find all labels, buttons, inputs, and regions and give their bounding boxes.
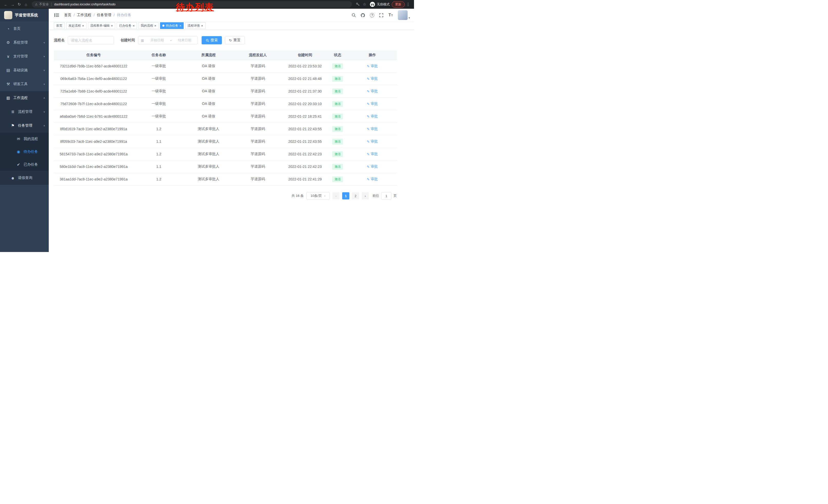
process-cell: OA 请假 [184,60,233,73]
sidebar-item[interactable]: ≣ 流程管理 ∨ [0,105,49,119]
approve-link[interactable]: ✎ 审批 [367,177,378,182]
sidebar-item[interactable]: ⚑ 任务管理 ∧ [0,119,49,133]
process-name-input[interactable] [68,36,114,44]
sidebar-item[interactable]: ◔ 首页 [0,22,49,36]
page-size-select[interactable]: 10条/页 ∨ [306,192,330,199]
filter-bar: 流程名 创建时间 ▦ 开始日期 - 结束日期 搜索 ↻ [54,36,414,44]
menu-label: 请假查询 [18,176,45,180]
page-1-button[interactable]: 1 [342,192,349,199]
reset-button-label: 重置 [234,38,241,43]
fullscreen-icon[interactable] [377,11,385,19]
approve-link[interactable]: ✎ 审批 [367,101,378,106]
tab-label: 发起流程 [69,24,81,28]
actions-cell: ✎ 审批 [348,110,397,123]
refresh-icon: ↻ [229,39,232,42]
next-page-button[interactable]: › [362,192,369,199]
incognito-icon [370,2,375,7]
user-avatar-menu[interactable]: ▾ [398,10,410,20]
task-name-cell: 一级审批 [133,85,184,98]
breadcrumb-home[interactable]: 首页 [64,13,71,17]
reset-button[interactable]: ↻ 重置 [225,36,245,44]
task-name-cell: 一级审批 [133,98,184,110]
approve-link[interactable]: ✎ 审批 [367,139,378,144]
app-title: 芋道管理系统 [15,13,38,18]
process-cell: 测试多审批人 [184,161,233,173]
approve-link[interactable]: ✎ 审批 [367,127,378,131]
close-icon[interactable]: × [82,24,84,28]
reload-icon[interactable]: ↻ [16,1,23,8]
edit-icon: ✎ [367,152,370,156]
initiator-cell: 芋道源码 [233,110,283,123]
task-id-cell: a6aba0a4-7b6d-11ec-b781-acde48001122 [54,110,133,123]
approve-link[interactable]: ✎ 审批 [367,77,378,81]
page-2-button[interactable]: 2 [352,192,359,199]
close-icon[interactable]: × [201,24,203,28]
tab[interactable]: 流程表单-编辑 × [88,22,115,29]
tab[interactable]: 我的流程 × [138,22,159,29]
close-icon[interactable]: × [179,24,181,28]
goto-page-input[interactable] [381,192,391,199]
app-logo[interactable]: 芋道管理系统 [0,9,49,21]
menu-label: 支付管理 [13,54,43,59]
breadcrumb-workflow[interactable]: 工作流程 [77,13,91,17]
sidebar-item[interactable]: ✉ 我的流程 [0,133,49,145]
task-id-cell: 069c6a63-7b8a-11ec-8ef0-acde48001122 [54,73,133,85]
bookmark-star-icon[interactable]: ☆ [361,1,368,8]
github-icon[interactable] [359,11,367,19]
caret-down-icon: ▾ [409,16,410,19]
sidebar-item[interactable]: ⚙ 系统管理 ∨ [0,36,49,49]
approve-link[interactable]: ✎ 审批 [367,114,378,119]
status-badge: 激活 [332,126,343,132]
sidebar-collapse-icon[interactable] [53,11,60,19]
total-count-label: 共 16 条 [291,193,304,198]
main-area: 首页 / 工作流程 / 任务管理 / 待办任务 [49,9,414,252]
approve-link[interactable]: ✎ 审批 [367,164,378,169]
tab[interactable]: 流程详情 × [185,22,205,29]
tab[interactable]: 首页 [54,22,65,29]
password-key-icon[interactable] [355,1,361,8]
navbar-actions: ▾ [349,10,410,20]
update-button[interactable]: 更新 [392,1,405,8]
initiator-cell: 芋道源码 [233,148,283,161]
sidebar-item[interactable]: ¥ 支付管理 ∨ [0,49,49,63]
process-cell: OA 请假 [184,98,233,110]
prev-page-button[interactable]: ‹ [332,192,340,199]
close-icon[interactable]: × [155,24,157,28]
tab[interactable]: 待办任务 × [160,22,184,29]
help-icon[interactable] [368,11,376,19]
status-cell: 激活 [327,73,348,85]
forward-icon[interactable]: → [9,1,16,8]
close-icon[interactable]: × [133,24,135,28]
search-icon[interactable] [349,11,358,19]
approve-link[interactable]: ✎ 审批 [367,89,378,94]
search-button[interactable]: 搜索 [202,36,222,44]
tab[interactable]: 已办任务 × [117,22,137,29]
approve-link-label: 审批 [371,139,378,144]
goto-page: 前往 页 [372,192,397,199]
task-id-cell: 580e1b3d-7ac8-11ec-a9e2-a2380e71991a [54,161,133,173]
back-icon[interactable]: ← [3,1,9,8]
sidebar-item[interactable]: ✔ 已办任务 [0,158,49,171]
menu-label: 工作流程 [13,96,43,100]
browser-menu-icon[interactable]: ⋮ [405,1,411,8]
status-cell: 激活 [327,98,348,110]
sidebar-item[interactable]: ▥ 工作流程 ∧ [0,91,49,105]
sidebar-item[interactable]: ☻ 请假查询 [0,171,49,185]
status-cell: 激活 [327,135,348,148]
font-size-icon[interactable] [386,11,395,19]
breadcrumb-task-management[interactable]: 任务管理 [97,13,111,17]
home-icon[interactable]: ⌂ [23,1,29,8]
sidebar-item[interactable]: ▤ 基础设施 ∨ [0,63,49,77]
table-row: 381aa1dd-7ac8-11ec-a9e2-a2380e71991a 1.2… [54,173,397,186]
sidebar-item[interactable]: ◉ 待办任务 [0,145,49,158]
sidebar-item[interactable]: ⚒ 研发工具 ∨ [0,77,49,91]
status-cell: 激活 [327,161,348,173]
task-name-cell: 一级审批 [133,110,184,123]
tab[interactable]: 发起流程 × [66,22,86,29]
approve-link[interactable]: ✎ 审批 [367,152,378,156]
menu-icon: ≣ [10,109,15,114]
date-range-picker[interactable]: ▦ 开始日期 - 结束日期 [138,36,198,44]
tab-label: 待办任务 [166,24,178,28]
close-icon[interactable]: × [111,24,113,28]
approve-link[interactable]: ✎ 审批 [367,64,378,68]
